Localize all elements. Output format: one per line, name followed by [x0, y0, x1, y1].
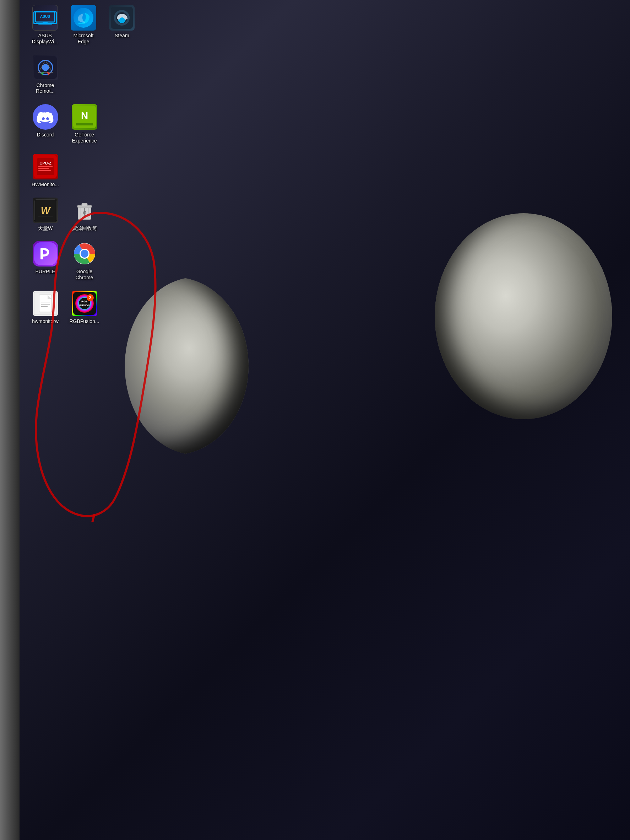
- icon-row-3: CPU-Z HWMonito...: [25, 149, 142, 193]
- tianta-w-label: 天堂W: [38, 225, 52, 231]
- chrome-remote-desktop-label: ChromeRemot...: [36, 82, 55, 95]
- icon-microsoft-edge[interactable]: MicrosoftEdge: [65, 3, 102, 47]
- icon-chrome-remote-desktop[interactable]: ChromeRemot...: [27, 52, 64, 97]
- icon-discord[interactable]: Discord: [27, 102, 64, 146]
- icon-tianta-w[interactable]: W 天堂W: [27, 196, 64, 234]
- svg-point-4: [74, 8, 93, 28]
- svg-text:N: N: [80, 110, 88, 121]
- svg-text:W: W: [41, 205, 51, 216]
- moon-right: [435, 213, 612, 419]
- svg-text:2: 2: [89, 295, 91, 300]
- rgb-fusion-icon: RGB FUSION 2: [72, 291, 97, 316]
- hwmonitorw-label: hwmonitorw: [32, 318, 58, 324]
- desktop-icon-area: ASUS ASUSDisplayWi...: [25, 0, 142, 329]
- hwmonitorw-icon: [33, 291, 58, 316]
- svg-rect-18: [38, 168, 49, 169]
- icon-recycle-bin[interactable]: ♻ 資源回收筒: [66, 196, 103, 234]
- svg-rect-2: [38, 24, 52, 25]
- rgb-fusion-label: RGBFusion...: [69, 318, 99, 324]
- svg-text:FUSION: FUSION: [79, 304, 90, 307]
- svg-point-10: [42, 64, 49, 71]
- purple-label: PURPLE: [35, 268, 55, 275]
- svg-rect-25: [82, 203, 87, 206]
- asus-displaywidget-label: ASUSDisplayWi...: [32, 33, 58, 45]
- icon-asus-displaywidget[interactable]: ASUS ASUSDisplayWi...: [27, 3, 63, 47]
- icon-hwmonitor[interactable]: CPU-Z HWMonito...: [27, 152, 64, 190]
- svg-rect-17: [38, 166, 52, 167]
- icon-row-2: Discord N GeForceExperience: [25, 99, 142, 149]
- discord-icon: [33, 104, 58, 130]
- icon-purple[interactable]: PURPLE: [27, 239, 64, 283]
- svg-point-34: [80, 250, 88, 257]
- asus-displaywidget-icon: ASUS: [32, 5, 58, 30]
- microsoft-edge-label: MicrosoftEdge: [74, 33, 94, 45]
- icon-rgb-fusion[interactable]: RGB FUSION 2 RGBFusion...: [66, 289, 103, 327]
- icon-row-0: ASUS ASUSDisplayWi...: [25, 0, 142, 50]
- tianta-w-icon: W: [33, 197, 58, 223]
- icon-row-6: hwmonitorw: [25, 286, 142, 329]
- icon-row-5: PURPLE Go: [25, 236, 142, 286]
- recycle-bin-label: 資源回收筒: [72, 225, 97, 231]
- hwmonitor-label: HWMonito...: [32, 182, 59, 188]
- svg-text:RGB: RGB: [81, 300, 88, 303]
- steam-label: Steam: [115, 33, 129, 39]
- geforce-experience-label: GeForceExperience: [72, 132, 97, 144]
- svg-rect-1: [43, 22, 47, 24]
- icon-geforce-experience[interactable]: N GeForceExperience: [66, 102, 103, 146]
- monitor-bezel: [0, 0, 19, 840]
- google-chrome-label: GoogleChrome: [76, 268, 93, 281]
- svg-text:CPU-Z: CPU-Z: [39, 161, 52, 165]
- discord-label: Discord: [37, 132, 54, 138]
- geforce-experience-icon: N: [72, 104, 97, 130]
- microsoft-edge-icon: [71, 5, 96, 30]
- icon-row-1: ChromeRemot...: [25, 50, 142, 99]
- svg-rect-31: [41, 248, 43, 259]
- icon-row-4: W 天堂W ♻ 資源: [25, 193, 142, 236]
- google-chrome-icon: [72, 241, 97, 267]
- svg-text:ASUS: ASUS: [40, 14, 50, 19]
- svg-rect-0: [36, 11, 55, 22]
- chrome-remote-desktop-icon: [33, 55, 58, 80]
- hwmonitor-icon: CPU-Z: [33, 154, 58, 180]
- steam-icon: [109, 5, 135, 30]
- purple-icon: [33, 241, 58, 267]
- icon-hwmonitorw[interactable]: hwmonitorw: [27, 289, 64, 327]
- icon-google-chrome[interactable]: GoogleChrome: [66, 239, 103, 283]
- recycle-bin-icon: ♻: [72, 197, 97, 223]
- svg-rect-19: [38, 170, 51, 171]
- icon-steam[interactable]: Steam: [104, 3, 140, 47]
- svg-text:♻: ♻: [82, 210, 87, 216]
